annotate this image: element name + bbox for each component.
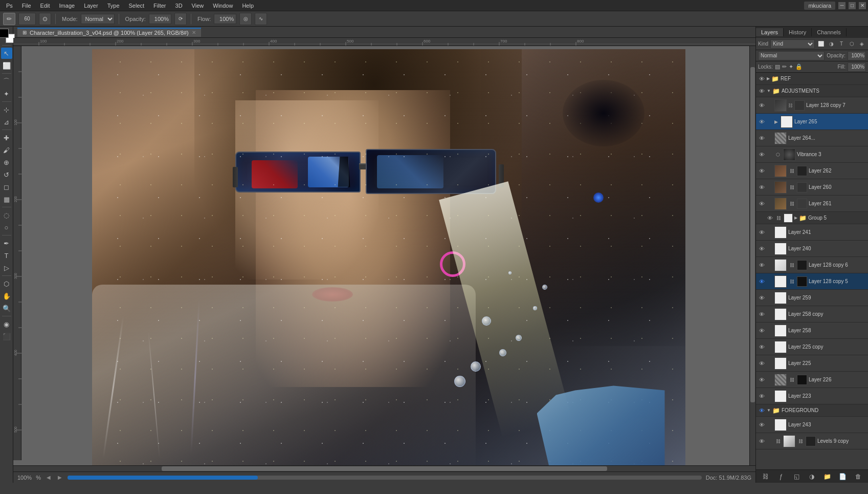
menu-layer[interactable]: Layer [80,2,102,10]
layer-128c7-vis[interactable]: 👁 [758,102,765,109]
filter-shape-btn[interactable]: ⬡ [848,40,856,48]
menu-view[interactable]: View [188,2,208,10]
layer-ref-visibility[interactable]: 👁 [758,75,765,82]
group5-arrow[interactable]: ▶ [794,216,797,220]
prev-btn[interactable]: ◀ [45,475,52,480]
layer-225-copy[interactable]: 👁 Layer 225 copy [756,339,868,355]
layer-240-vis[interactable]: 👁 [758,245,765,252]
menu-select[interactable]: Select [125,2,149,10]
menu-window[interactable]: Window [209,2,237,10]
layer-262-vis[interactable]: 👁 [758,167,765,175]
layer-128c5-vis[interactable]: 👁 [758,278,765,285]
menu-ps[interactable]: Ps [2,2,17,10]
tab-history[interactable]: History [784,28,812,36]
layer-group-5[interactable]: 👁 ⛓ ▶ 📁 Group 5 [756,212,868,224]
menu-filter[interactable]: Filter [149,2,170,10]
layer-241[interactable]: 👁 Layer 241 [756,224,868,241]
layer-128-copy-7[interactable]: 👁 ⛓ Layer 128 copy 7 [756,97,868,114]
layer-241-vis[interactable]: 👁 [758,229,765,236]
document-tab-close[interactable]: ✕ [192,30,196,35]
lock-image-btn[interactable]: ✏ [782,63,787,70]
layer-243[interactable]: 👁 Layer 243 [756,417,868,433]
menu-type[interactable]: Type [103,2,124,10]
stamp-tool[interactable]: ⊕ [1,157,12,168]
layer-260[interactable]: 👁 ⛓ Layer 260 [756,179,868,196]
layer-foreground-folder[interactable]: 👁 ▼ 📁 FOREGROUND [756,404,868,417]
layer-vibrance-3[interactable]: 👁 ⬡ Vibrance 3 [756,146,868,163]
fill-input[interactable] [848,62,866,72]
tab-channels[interactable]: Channels [812,28,846,36]
document-tab[interactable]: ⊞ Character_illustration_3_v04.psd @ 100… [17,28,201,37]
flow-input[interactable] [214,14,236,24]
fg-arrow[interactable]: ▼ [767,408,771,413]
menu-file[interactable]: File [18,2,35,10]
layer-223-vis[interactable]: 👁 [758,393,765,400]
lasso-tool[interactable]: ⌒ [1,76,12,87]
smooth-btn[interactable]: ∿ [255,13,267,25]
blur-tool[interactable]: ◌ [1,209,12,221]
lock-all-btn[interactable]: 🔒 [795,63,803,70]
color-swatches[interactable] [0,29,15,43]
canvas-container[interactable]: 100 200 300 400 500 [13,46,755,471]
layer-261[interactable]: 👁 ⛓ Layer 261 [756,196,868,212]
adj-arrow[interactable]: ▼ [767,89,771,93]
ref-arrow[interactable]: ▶ [767,76,770,81]
layer-258-vis[interactable]: 👁 [758,327,765,334]
magic-wand-tool[interactable]: ✦ [1,88,12,99]
layer-adj-visibility[interactable]: 👁 [758,88,765,95]
layers-kind-select[interactable]: Kind [770,39,815,49]
layer-adjustments-folder[interactable]: 👁 ▼ 📁 ADJUSTMENTS [756,85,868,97]
layer-effects-btn[interactable]: ƒ [776,472,786,481]
layer-226[interactable]: 👁 ⛓ Layer 226 [756,372,868,388]
layer-vib-vis[interactable]: 👁 [758,151,765,158]
layer-lev9c-vis[interactable]: 👁 [758,438,765,445]
zoom-tool[interactable]: 🔍 [1,303,12,314]
eyedropper-tool[interactable]: ⊿ [1,116,12,127]
vertical-scrollbar[interactable] [749,46,755,465]
tab-layers[interactable]: Layers [756,28,784,36]
layer-223[interactable]: 👁 Layer 223 [756,388,868,404]
layer-261-vis[interactable]: 👁 [758,200,765,207]
brush-tool-btn[interactable]: ✏ [3,13,15,25]
layer-259[interactable]: 👁 Layer 259 [756,290,868,306]
vertical-scrollbar-thumb[interactable] [750,67,755,402]
layer-265-vis[interactable]: 👁 [758,118,765,125]
blend-mode-select[interactable]: Normal [81,14,115,24]
filter-adjust-btn[interactable]: ◑ [827,40,835,48]
filter-type-btn[interactable]: T [837,40,845,48]
layer-258c-vis[interactable]: 👁 [758,311,765,318]
layer-258-copy[interactable]: 👁 Layer 258 copy [756,306,868,323]
shape-tool[interactable]: ⬡ [1,278,12,289]
pen-tool[interactable]: ✒ [1,238,12,249]
layer-226-vis[interactable]: 👁 [758,376,765,383]
layer-260-vis[interactable]: 👁 [758,184,765,191]
opacity-input[interactable] [149,14,171,24]
adjustment-layer-btn[interactable]: ◑ [807,472,816,481]
maximize-button[interactable]: □ [849,2,856,9]
menu-help[interactable]: Help [238,2,258,10]
layer-mask-btn[interactable]: ◱ [792,472,801,481]
menu-image[interactable]: Image [55,2,79,10]
path-selection-tool[interactable]: ▷ [1,262,12,273]
filter-smart-btn[interactable]: ◈ [858,40,866,48]
lock-transparent-btn[interactable]: ▤ [775,63,780,70]
layer-259-vis[interactable]: 👁 [758,294,765,302]
gradient-tool[interactable]: ▦ [1,194,12,205]
type-tool[interactable]: T [1,250,12,261]
layer-262[interactable]: 👁 ⛓ Layer 262 [756,163,868,179]
brush-picker-btn[interactable]: ⊙ [39,13,51,25]
horizontal-scrollbar-thumb[interactable] [162,466,607,471]
new-layer-btn[interactable]: 📄 [838,472,848,481]
layers-blend-mode-select[interactable]: Normal [758,51,825,60]
brush-tool[interactable]: 🖌 [1,144,12,156]
delete-layer-btn[interactable]: 🗑 [854,472,863,481]
history-brush-tool[interactable]: ↺ [1,169,12,180]
hand-tool[interactable]: ✋ [1,290,12,302]
flow-airbrush-btn[interactable]: ◎ [239,13,252,25]
dodge-tool[interactable]: ○ [1,222,12,233]
link-layers-btn[interactable]: ⛓ [761,472,770,481]
brush-size-display[interactable]: 60 [18,13,36,25]
menu-3d[interactable]: 3D [171,2,187,10]
layer-128c6-vis[interactable]: 👁 [758,262,765,269]
horizontal-scrollbar[interactable] [13,465,755,471]
